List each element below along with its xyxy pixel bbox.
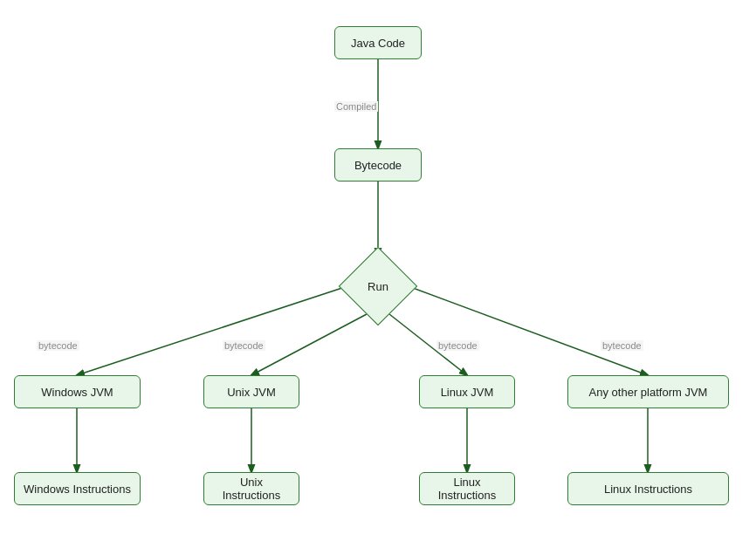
windows-instructions-node: Windows Instructions — [14, 472, 141, 505]
compiled-label: Compiled — [334, 101, 378, 112]
other-jvm-label: Any other platform JVM — [589, 386, 708, 399]
linux-jvm-label: Linux JVM — [441, 386, 494, 399]
run-diamond: Run — [348, 257, 408, 316]
unix-instructions-node: Unix Instructions — [203, 472, 299, 505]
windows-jvm-node: Windows JVM — [14, 375, 141, 408]
unix-jvm-label: Unix JVM — [227, 386, 276, 399]
other-jvm-node: Any other platform JVM — [567, 375, 729, 408]
linux-jvm-node: Linux JVM — [419, 375, 515, 408]
unix-instructions-label: Unix Instructions — [211, 476, 292, 502]
bytecode-label-3: bytecode — [436, 340, 479, 351]
other-instructions-node: Linux Instructions — [567, 472, 729, 505]
diagram: Java Code Compiled Bytecode Run Windows … — [0, 0, 756, 548]
windows-instructions-label: Windows Instructions — [24, 483, 131, 496]
other-instructions-label: Linux Instructions — [604, 483, 692, 496]
java-code-label: Java Code — [351, 37, 405, 50]
run-label: Run — [368, 280, 388, 293]
bytecode-label-1: bytecode — [37, 340, 79, 351]
bytecode-node: Bytecode — [334, 148, 422, 182]
bytecode-label-2: bytecode — [223, 340, 265, 351]
unix-jvm-node: Unix JVM — [203, 375, 299, 408]
bytecode-label: Bytecode — [354, 159, 402, 172]
svg-line-3 — [251, 314, 367, 375]
bytecode-label-4: bytecode — [601, 340, 643, 351]
windows-jvm-label: Windows JVM — [41, 386, 113, 399]
svg-line-5 — [406, 285, 648, 375]
java-code-node: Java Code — [334, 26, 422, 59]
linux-instructions-node: Linux Instructions — [419, 472, 515, 505]
svg-line-2 — [77, 285, 350, 375]
linux-instructions-label: Linux Instructions — [427, 476, 507, 502]
